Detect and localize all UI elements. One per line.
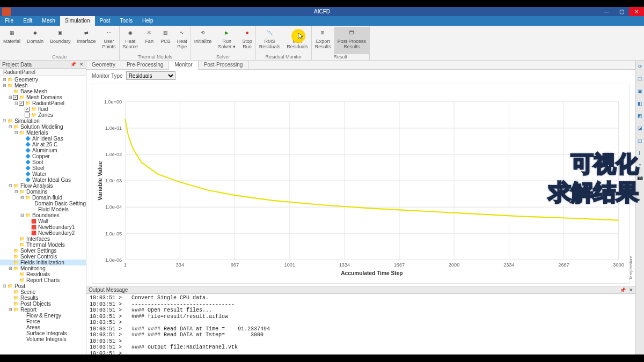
menu-post[interactable]: Post [95,16,115,26]
tree-item[interactable]: ⊟✓📁RadiantPanel [0,100,86,106]
tree-item[interactable]: 🔷Water [0,171,86,177]
subtab-pre-processing[interactable]: Pre-Processing [121,61,169,69]
output-close-icon[interactable]: ✕ [629,286,633,294]
tree-item[interactable]: Flow & Energy [0,313,86,319]
tree-item[interactable]: Force [0,319,86,324]
output-pin-icon[interactable]: 📌 [620,286,626,294]
subtab-monitor[interactable]: Monitor [169,61,198,70]
tree-item[interactable]: ⊟📁Simulation [0,118,86,124]
ribbon-max-residuals[interactable]: 📊MaxResiduals [283,27,311,54]
ribbon-heat-pipe[interactable]: ∿HeatPipe [174,27,191,54]
tree-item[interactable]: Surface Integrals [0,330,86,336]
tree-toggle-icon[interactable]: ⊟ [20,212,25,218]
menu-file[interactable]: File [0,16,18,26]
ribbon-run-solver[interactable]: ▶RunSolver ▾ [215,27,239,54]
tree-item[interactable]: 📁Scene [0,289,86,295]
ribbon-pcb[interactable]: ▥PCB [157,27,174,54]
tree-item[interactable]: ⊟📁Monitoring [0,265,86,271]
tree-item[interactable]: ⊟📁Report [0,307,86,313]
ribbon-post-process[interactable]: 🗔Post ProcessResults [334,27,369,54]
ribbon-fan[interactable]: ✲Fan [141,27,157,54]
tree-toggle-icon[interactable]: ⊟ [20,195,25,201]
tree-item[interactable]: ⊟📁Domains [0,189,86,195]
ribbon-material[interactable]: ▦Material [0,27,24,54]
ribbon-heat-source[interactable]: ◉HeatSource [120,27,142,54]
tree-item[interactable]: 📁Base Mesh [0,88,86,94]
tree-toggle-icon[interactable]: ⊟ [8,183,13,189]
tree-toggle-icon[interactable]: ⊟ [14,189,19,195]
tree-toggle-icon[interactable]: ⊟ [8,265,13,271]
tree-checkbox[interactable]: ✓ [25,107,30,112]
right-tool-5[interactable]: ◪ [636,124,643,131]
tree-item[interactable]: 🔷Steel [0,165,86,171]
tree-item[interactable]: 🔷Air Ideal Gas [0,136,86,142]
tree-toggle-icon[interactable]: ⊟ [2,118,7,124]
tree-toggle-icon[interactable]: ⊟ [2,77,7,83]
tree-checkbox[interactable] [25,113,30,117]
menu-edit[interactable]: Edit [18,16,37,26]
ribbon-stop-run[interactable]: ■StopRun [239,27,255,54]
tree-item[interactable]: ⊟✓📁Mesh Domains [0,94,86,100]
tree-toggle-icon[interactable]: ⊟ [8,94,13,100]
tree-item[interactable]: 🔷Water Ideal Gas [0,177,86,183]
maximize-button[interactable]: ▢ [614,7,629,16]
tree-item[interactable]: 🟥Wall [0,218,86,224]
ribbon-boundary[interactable]: ▣Boundary [47,27,74,54]
tree-checkbox[interactable]: ✓ [13,95,18,100]
tree-item[interactable]: 🟥NewBoundary2 [0,230,86,236]
right-tool-6[interactable]: ◫ [636,137,643,144]
tree-toggle-icon[interactable]: ⊟ [14,130,19,136]
tree-item[interactable]: ⊟📁Mesh [0,83,86,88]
tree-item[interactable]: 📁Zones [0,112,86,118]
pin-icon[interactable]: 📌 [70,62,76,67]
tree-item[interactable]: ✓📁fluid [0,106,86,112]
tree-item[interactable]: 🔷Aluminium [0,147,86,153]
right-tool-7[interactable]: ⫿ [636,149,643,156]
tree-item[interactable]: Domain Basic Setting [0,201,86,206]
tree-toggle-icon[interactable]: ⊟ [14,100,19,106]
right-tool-1[interactable]: ⬚ [636,75,643,82]
subtab-geometry[interactable]: Geometry [86,61,121,69]
tree-item[interactable]: ⊟📁Flow Analysis [0,183,86,189]
tree-toggle-icon[interactable]: ⊟ [2,83,7,88]
right-tool-3[interactable]: ◧ [636,100,643,107]
tree-item[interactable]: 📁Solver Controls [0,254,86,260]
tree-item[interactable]: ⊟📁Materials [0,130,86,136]
tree-item[interactable]: 🔷Soot [0,159,86,165]
tree-item[interactable]: 📁Solver Settings [0,248,86,254]
right-tool-2[interactable]: ▣ [636,87,643,94]
tree-item[interactable]: Areas [0,324,86,330]
tree-toggle-icon[interactable]: ⊟ [2,283,7,289]
close-button[interactable]: ✕ [629,7,644,16]
right-tool-4[interactable]: ◩ [636,112,643,119]
tree-item[interactable]: ⊟📁Domain-fluid [0,195,86,201]
tree-item[interactable]: 🟥NewBoundary1 [0,224,86,230]
ribbon-export-results[interactable]: 🗎ExportResults [312,27,334,54]
tree-item[interactable]: ⊟📁Solution Modeling [0,124,86,130]
tree-item[interactable]: Volume Integrals [0,336,86,342]
menu-mesh[interactable]: Mesh [37,16,60,26]
tree-item[interactable]: 📁Thermal Models [0,242,86,248]
tree-item[interactable]: 📁Results [0,295,86,301]
monitor-type-select[interactable]: Residuals [126,71,175,80]
tree-toggle-icon[interactable]: ⊟ [8,307,13,313]
tree-item[interactable]: 🔷Air at 25 C [0,142,86,147]
ribbon-user-points[interactable]: ⋯UserPoints [99,27,119,54]
menu-tools[interactable]: Tools [115,16,137,26]
tree-item[interactable]: 📁Interfaces [0,236,86,242]
tree-item[interactable]: Fluid Models [0,206,86,212]
tree-item[interactable]: 📁Post Objects [0,301,86,307]
minimize-button[interactable]: — [599,7,614,16]
ribbon-initialize[interactable]: ⟲Initialize [191,27,215,54]
tree-item[interactable]: 📁Residuals [0,271,86,277]
ribbon-interface[interactable]: ⇄Interface [74,27,99,54]
right-tool-9[interactable]: 📷 [636,174,643,181]
panel-close-icon[interactable]: ✕ [79,62,84,67]
tree-item[interactable]: 🔷Copper [0,153,86,159]
ribbon-rms-residuals[interactable]: 📉RMSResiduals [256,27,284,54]
subtab-post-processing[interactable]: Post-Processing [199,61,249,69]
output-body[interactable]: 10:03:51 > Convert Single CPU data. 10:0… [86,294,635,354]
ribbon-domain[interactable]: ◆Domain [24,27,47,54]
tree-item[interactable]: 📁Fields Initialization [0,260,86,265]
right-tool-0[interactable]: ⟳ [636,63,643,70]
